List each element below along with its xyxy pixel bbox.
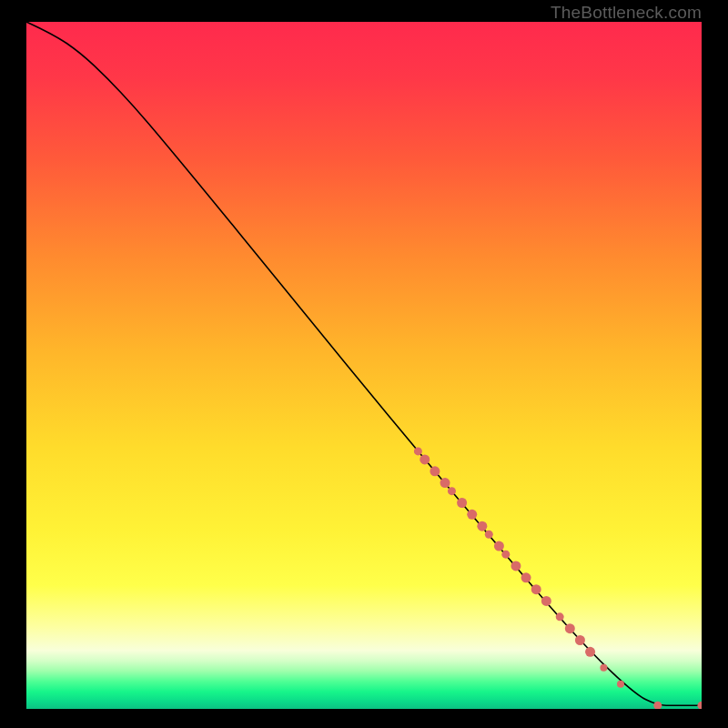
data-point [653,702,662,709]
data-point [420,454,430,464]
data-point [698,702,703,709]
attribution-label: TheBottleneck.com [551,3,702,23]
data-point [541,596,551,606]
data-point [511,561,521,571]
data-point [485,531,493,539]
data-point [575,635,585,645]
data-point [448,487,456,495]
data-point [585,647,595,657]
data-point [457,498,467,508]
data-point [414,447,422,455]
plot-area [26,22,702,709]
data-point [477,521,487,531]
data-point [440,478,450,488]
data-point [501,551,510,559]
data-point [556,612,564,621]
data-point [565,623,575,633]
data-point [617,681,624,688]
chart-stage: TheBottleneck.com [0,0,728,728]
data-point [467,510,477,520]
data-point [521,572,531,582]
data-point [600,664,607,672]
data-point [430,466,440,476]
data-point [494,541,504,551]
data-point [531,584,541,594]
data-markers [26,22,702,709]
